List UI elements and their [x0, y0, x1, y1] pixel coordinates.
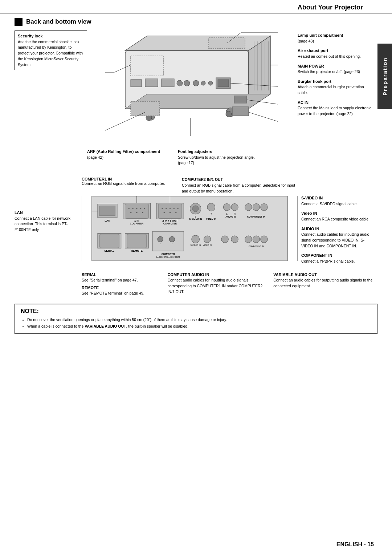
component-in-note: COMPONENT IN Connect a YPBPR signal cabl…	[301, 252, 374, 264]
svg-point-81	[158, 236, 163, 242]
computer2-text: Connect an RGB signal cable from a compu…	[182, 183, 298, 194]
svg-point-58	[170, 208, 171, 209]
serial-label: SERIAL	[82, 272, 162, 278]
svg-point-51	[136, 212, 137, 213]
svg-point-94	[221, 236, 228, 243]
svg-rect-80	[152, 231, 184, 251]
svg-text:VIDEO IN: VIDEO IN	[206, 218, 217, 220]
left-notes: Security lock Attache the commercial sha…	[15, 29, 87, 145]
svg-rect-25	[131, 101, 160, 116]
svg-text:S-VIDEO IN: S-VIDEO IN	[189, 218, 202, 220]
computer2-note: COMPUTER2 IN/1 OUT Connect an RGB signal…	[182, 177, 298, 194]
component-in-label: COMPONENT IN	[301, 252, 374, 259]
svideo-label: S-VIDEO IN	[301, 195, 374, 201]
leg-text: Screw up/down to adjust the projection a…	[178, 155, 261, 166]
lan-text: Connect a LAN cable for network connecti…	[15, 216, 82, 233]
security-lock-text: Attache the commercial shackle lock, man…	[18, 39, 84, 68]
arf-label: ARF (Auto Rolling Filter) compartment	[87, 149, 171, 155]
svg-point-56	[162, 208, 163, 209]
svg-rect-40	[99, 206, 115, 216]
svg-point-9	[184, 80, 190, 86]
right-note-exhaust: Air exhaust port Heated air comes out of…	[298, 48, 374, 59]
page-header: About Your Projector	[0, 0, 392, 13]
section-title-box	[15, 18, 23, 26]
computer-notes: COMPUTER1 IN Connect an RGB signal cable…	[82, 177, 298, 194]
svg-text:S-VIDEO IN: S-VIDEO IN	[190, 244, 201, 246]
top-diagram-area: Security lock Attache the commercial sha…	[15, 29, 374, 145]
note-section: NOTE: Do not cover the ventilation openi…	[15, 304, 377, 334]
connector-center: COMPUTER1 IN Connect an RGB signal cable…	[82, 177, 298, 268]
svg-text:AUDIO IN     AUDIO OUT: AUDIO IN AUDIO OUT	[156, 256, 180, 259]
svg-point-67	[207, 203, 215, 211]
ac-text: Connect the Mains lead to supply electro…	[298, 105, 374, 117]
note-item-1-text: Do not cover the ventilation openings or…	[27, 317, 227, 322]
svideo-text: Connect a S-VIDEO signal cable.	[301, 201, 374, 207]
security-lock-label: Security lock	[18, 33, 84, 39]
svg-text:COMPONENT IN: COMPONENT IN	[249, 245, 264, 247]
svg-point-63	[175, 212, 176, 213]
note-item-1: Do not cover the ventilation openings or…	[27, 317, 371, 323]
svg-point-61	[164, 212, 165, 213]
exhaust-label: Air exhaust port	[298, 48, 374, 54]
footer-suffix: NGLISH - 15	[340, 541, 374, 547]
svg-point-60	[177, 208, 179, 209]
ac-label: AC IN	[298, 100, 374, 106]
video-in-note: Video IN Connect an RCA composite video …	[301, 210, 374, 222]
lan-label: LAN	[15, 210, 82, 216]
computer1-note: COMPUTER1 IN Connect an RGB signal cable…	[82, 177, 178, 194]
svg-text:COMPUTER: COMPUTER	[162, 253, 175, 255]
svg-point-49	[144, 208, 145, 209]
svg-rect-36	[234, 96, 247, 103]
svg-point-82	[169, 236, 175, 242]
comp-audio-note: COMPUTER AUDIO IN Connect audio cables f…	[167, 272, 268, 297]
svg-rect-6	[145, 79, 158, 87]
right-note-burglar: Burglar hook port Attach a commercial bu…	[298, 78, 374, 96]
var-audio-label: VARIABLE AUDIO OUT	[273, 272, 374, 278]
right-notes: Lamp unit compartment (page 43) Air exha…	[294, 29, 374, 145]
svg-text:REMOTE: REMOTE	[131, 249, 143, 252]
right-note-power: MAIN POWER Switch the projector on/off. …	[298, 63, 374, 75]
remote-label: REMOTE	[82, 285, 162, 291]
lamp-text: (page 43)	[298, 39, 374, 44]
var-audio-note: VARIABLE AUDIO OUT Connect an audio cabl…	[273, 272, 374, 297]
svg-point-12	[208, 81, 213, 85]
svg-rect-14	[218, 80, 229, 87]
svg-text:AUDIO IN: AUDIO IN	[225, 216, 236, 218]
audio-in-note: AUDIO IN Connect audio cables for inputt…	[301, 226, 374, 249]
svg-point-52	[142, 212, 143, 213]
svg-point-57	[166, 208, 167, 209]
connector-left-notes: LAN Connect a LAN cable for network conn…	[15, 177, 82, 268]
var-audio-text: Connect an audio cables for outputting a…	[273, 278, 374, 289]
svg-rect-7	[162, 79, 174, 87]
svg-text:LAN: LAN	[105, 219, 110, 222]
computer1-label: COMPUTER1 IN	[82, 177, 178, 181]
power-text: Switch the projector on/off. (page 23)	[298, 69, 374, 75]
arf-text: (page 42)	[87, 155, 171, 161]
side-tab-label: Preparation	[382, 57, 388, 95]
svg-point-47	[136, 208, 137, 209]
header-title: About Your Projector	[298, 4, 363, 11]
svg-point-46	[132, 208, 133, 209]
computer2-label: COMPUTER2 IN/1 OUT	[182, 177, 298, 183]
main-content: Security lock Attache the commercial sha…	[0, 29, 392, 296]
remote-text: See "REMOTE terminal" on page 49.	[82, 291, 162, 296]
power-label: MAIN POWER	[298, 63, 374, 69]
comp-audio-label: COMPUTER AUDIO IN	[167, 272, 268, 278]
svg-point-10	[193, 80, 199, 86]
svg-point-73	[245, 204, 252, 211]
note-list: Do not cover the ventilation openings or…	[21, 317, 371, 330]
side-tab: Preparation	[377, 44, 392, 109]
svg-point-74	[253, 204, 260, 211]
video-in-text: Connect an RCA composite video cable.	[301, 216, 374, 222]
svg-text:COMPUTER: COMPUTER	[163, 222, 177, 225]
right-note-lamp: Lamp unit compartment (page 43)	[298, 32, 374, 44]
svg-point-45	[128, 208, 130, 209]
svg-text:VIDEO IN: VIDEO IN	[203, 244, 212, 246]
svg-point-71	[231, 204, 238, 211]
svg-point-89	[192, 235, 200, 243]
svideo-note: S-VIDEO IN Connect a S-VIDEO signal cabl…	[301, 195, 374, 207]
connector-right-notes: S-VIDEO IN Connect a S-VIDEO signal cabl…	[298, 177, 374, 268]
lamp-label: Lamp unit compartment	[298, 32, 374, 39]
serial-remote-note: SERIAL See "Serial terminal" on page 47.…	[82, 272, 162, 297]
bottom-label-leg: Font leg adjusters Screw up/down to adju…	[178, 149, 261, 166]
